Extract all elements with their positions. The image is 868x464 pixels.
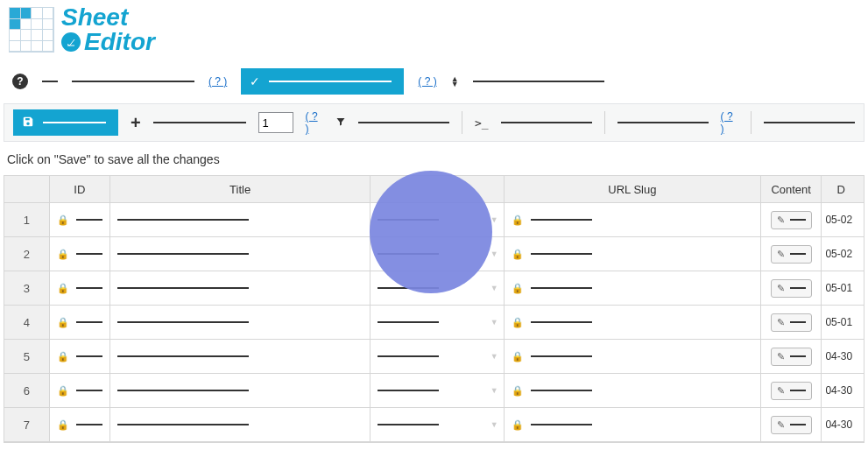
cell-value [531, 219, 592, 221]
save-button[interactable] [13, 109, 118, 136]
edit-content-button[interactable]: ✎ [771, 211, 812, 229]
edit-content-button[interactable]: ✎ [771, 245, 812, 264]
chevron-down-icon: ▼ [490, 386, 498, 395]
cell-id[interactable]: 🔒 [50, 374, 110, 407]
cell-id[interactable]: 🔒 [50, 203, 110, 236]
placeholder-text [501, 122, 592, 123]
cell-slug[interactable]: 🔒 [505, 306, 761, 339]
logo-line2: Editor [84, 30, 155, 54]
cell-id[interactable]: 🔒 [50, 340, 110, 373]
help-link[interactable]: ( ? ) [208, 75, 227, 88]
cell-status[interactable]: ▼ [370, 203, 505, 236]
col-header-date[interactable]: D [822, 176, 864, 202]
edit-content-button[interactable]: ✎ [771, 382, 812, 400]
cell-slug[interactable]: 🔒 [505, 374, 761, 407]
cell-content[interactable]: ✎ [761, 340, 822, 373]
row-number[interactable]: 4 [4, 306, 50, 339]
lock-icon: 🔒 [57, 317, 69, 328]
cell-content[interactable]: ✎ [761, 408, 822, 441]
col-header-slug[interactable]: URL Slug [505, 176, 761, 202]
help-link[interactable]: ( ? ) [306, 110, 324, 135]
edit-content-button[interactable]: ✎ [771, 416, 812, 434]
cell-slug[interactable]: 🔒 [505, 271, 761, 305]
cell-title[interactable] [110, 340, 370, 373]
sort-icon[interactable]: ▲▼ [451, 76, 459, 87]
cell-value [76, 424, 102, 425]
logo-text: Sheet Editor [61, 5, 155, 54]
cell-title[interactable] [110, 306, 370, 339]
lock-icon: 🔒 [512, 419, 524, 431]
row-number[interactable]: 7 [4, 408, 50, 441]
logo-sheet-icon [9, 7, 54, 53]
cell-value [378, 355, 439, 357]
cell-date[interactable]: 04-30 [822, 408, 864, 441]
cell-content[interactable]: ✎ [761, 203, 822, 236]
cell-content[interactable]: ✎ [761, 374, 822, 407]
lock-icon: 🔒 [512, 214, 524, 226]
check-icon: ✓ [250, 74, 260, 88]
cell-date[interactable]: 05-01 [822, 306, 864, 339]
cell-date[interactable]: 04-30 [822, 374, 864, 407]
edit-content-button[interactable]: ✎ [771, 279, 812, 298]
cell-date[interactable]: 04-30 [822, 340, 864, 373]
cell-slug[interactable]: 🔒 [505, 237, 761, 271]
cell-slug[interactable]: 🔒 [505, 203, 761, 236]
help-link[interactable]: ( ? ) [721, 110, 739, 135]
edit-content-button[interactable]: ✎ [771, 348, 812, 366]
cell-value [117, 355, 249, 357]
cell-date[interactable]: 05-02 [822, 237, 864, 271]
col-header-title[interactable]: Title [110, 176, 370, 202]
placeholder-text [790, 321, 806, 323]
cell-id[interactable]: 🔒 [50, 306, 110, 339]
row-number[interactable]: 2 [4, 237, 50, 271]
cell-title[interactable] [110, 408, 370, 441]
placeholder-text [790, 219, 806, 221]
col-header-id[interactable]: ID [50, 176, 110, 202]
col-header-status[interactable] [370, 176, 505, 202]
cell-slug[interactable]: 🔒 [505, 408, 761, 441]
filter-icon[interactable] [335, 116, 346, 130]
cell-content[interactable]: ✎ [761, 271, 822, 305]
cell-id[interactable]: 🔒 [50, 271, 110, 305]
row-number[interactable]: 5 [4, 340, 50, 373]
chevron-down-icon: ▼ [490, 352, 498, 361]
cell-value [531, 355, 592, 357]
edit-content-button[interactable]: ✎ [771, 313, 812, 332]
row-number[interactable]: 6 [4, 374, 50, 407]
cell-title[interactable] [110, 374, 370, 407]
cell-date[interactable]: 05-01 [822, 271, 864, 305]
cell-value [117, 219, 249, 221]
cell-status[interactable]: ▼ [370, 306, 505, 339]
primary-action-button[interactable]: ✓ [241, 68, 404, 95]
cell-title[interactable] [110, 271, 370, 305]
cell-title[interactable] [110, 237, 370, 271]
console-icon[interactable]: >_ [475, 116, 489, 130]
cell-value [117, 424, 249, 425]
row-number[interactable]: 3 [4, 271, 50, 305]
lock-icon: 🔒 [512, 351, 524, 362]
grid-row: 3🔒▼🔒✎05-01 [4, 271, 864, 306]
page-number-input[interactable] [258, 112, 293, 133]
toolbar-divider [751, 111, 752, 134]
cell-status[interactable]: ▼ [370, 374, 505, 407]
cell-status[interactable]: ▼ [370, 408, 505, 441]
lock-icon: 🔒 [512, 249, 524, 260]
cell-status[interactable]: ▼ [370, 237, 505, 271]
cell-id[interactable]: 🔒 [50, 408, 110, 441]
row-number[interactable]: 1 [4, 203, 50, 236]
help-link[interactable]: ( ? ) [418, 75, 436, 88]
chevron-down-icon: ▼ [490, 250, 498, 258]
cell-status[interactable]: ▼ [370, 340, 505, 373]
cell-title[interactable] [110, 203, 370, 236]
cell-content[interactable]: ✎ [761, 237, 822, 271]
grid-header-row: ID Title URL Slug Content D [4, 176, 864, 203]
cell-status[interactable]: ▼ [370, 271, 505, 305]
cell-date[interactable]: 05-02 [822, 203, 864, 236]
add-icon[interactable]: + [131, 113, 141, 133]
cell-id[interactable]: 🔒 [50, 237, 110, 271]
cell-content[interactable]: ✎ [761, 306, 822, 339]
grid-row: 7🔒▼🔒✎04-30 [4, 408, 864, 442]
col-header-content[interactable]: Content [761, 176, 822, 202]
help-icon[interactable]: ? [12, 74, 28, 89]
cell-slug[interactable]: 🔒 [505, 340, 761, 373]
